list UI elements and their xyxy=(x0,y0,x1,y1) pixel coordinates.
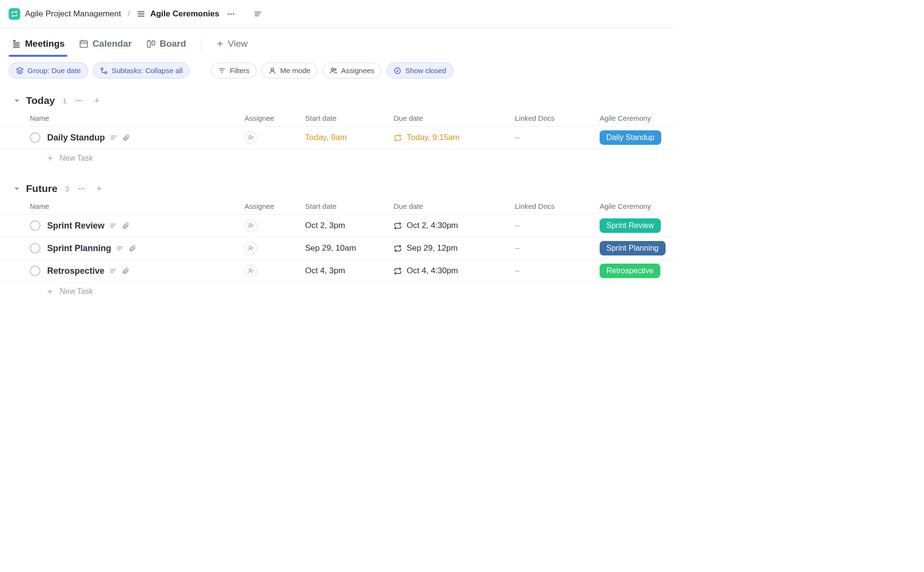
space-icon xyxy=(9,8,20,20)
show-closed-pill[interactable]: Show closed xyxy=(386,63,453,78)
assignees-pill[interactable]: Assignees xyxy=(322,63,382,78)
ceremony-tag[interactable]: Sprint Planning xyxy=(600,241,666,255)
svg-point-57 xyxy=(249,246,252,248)
add-view-button[interactable]: View xyxy=(213,34,251,57)
tab-board[interactable]: Board xyxy=(143,34,189,57)
me-mode-pill[interactable]: Me mode xyxy=(261,63,318,78)
space-name[interactable]: Agile Project Management xyxy=(25,9,121,19)
more-options-button[interactable] xyxy=(224,7,238,21)
list-view-icon xyxy=(12,39,21,49)
collapse-caret[interactable] xyxy=(13,97,20,104)
due-date[interactable]: Sep 29, 12pm xyxy=(394,243,515,253)
tab-calendar[interactable]: Calendar xyxy=(76,34,134,57)
recurring-icon xyxy=(394,222,402,230)
col-ceremony[interactable]: Agile Ceremony xyxy=(600,202,675,210)
tab-label: Meetings xyxy=(25,38,64,49)
description-icon[interactable] xyxy=(110,134,117,141)
due-date[interactable]: Today, 9:15am xyxy=(394,133,515,142)
new-task-button-today[interactable]: New Task xyxy=(0,149,674,168)
col-start[interactable]: Start date xyxy=(305,202,394,210)
linked-docs[interactable]: – xyxy=(515,266,600,276)
filter-icon xyxy=(218,67,226,75)
tab-label: Board xyxy=(160,38,186,49)
group-title: Today xyxy=(26,95,55,106)
col-assignee[interactable]: Assignee xyxy=(244,114,305,122)
recurring-icon xyxy=(394,267,402,275)
start-date[interactable]: Oct 2, 3pm xyxy=(305,221,394,230)
filters-pill[interactable]: Filters xyxy=(211,63,257,78)
task-row[interactable]: Retrospective Oct 4, 3pm Oct 4, 4:30pm –… xyxy=(0,260,674,282)
col-name[interactable]: Name xyxy=(30,114,244,122)
start-date[interactable]: Today, 9am xyxy=(305,133,394,142)
check-circle-icon xyxy=(394,67,401,75)
tab-meetings[interactable]: Meetings xyxy=(9,34,67,57)
col-name[interactable]: Name xyxy=(30,202,244,210)
description-icon[interactable] xyxy=(109,267,117,275)
svg-point-44 xyxy=(80,188,82,190)
col-start[interactable]: Start date xyxy=(305,114,394,122)
svg-point-30 xyxy=(78,100,79,102)
assign-button[interactable] xyxy=(244,242,257,254)
doc-lines-button[interactable] xyxy=(251,7,265,21)
linked-docs[interactable]: – xyxy=(515,243,600,253)
attachment-icon[interactable] xyxy=(122,267,129,275)
pill-label: Group: Due date xyxy=(27,66,81,75)
recurring-icon xyxy=(394,134,402,142)
collapse-caret[interactable] xyxy=(13,185,20,192)
description-icon[interactable] xyxy=(116,244,124,252)
description-icon[interactable] xyxy=(109,222,117,229)
start-date[interactable]: Oct 4, 3pm xyxy=(305,266,394,276)
attachment-icon[interactable] xyxy=(122,134,130,141)
ceremony-tag[interactable]: Retrospective xyxy=(600,264,660,278)
list-name[interactable]: Agile Ceremonies xyxy=(150,9,219,19)
group-more-button[interactable] xyxy=(75,183,88,194)
attachment-icon[interactable] xyxy=(122,222,129,229)
group-header-today: Today 1 xyxy=(0,80,674,109)
status-checkbox[interactable] xyxy=(30,266,40,276)
subtask-icon xyxy=(100,67,108,75)
attachment-icon[interactable] xyxy=(128,244,136,252)
task-name[interactable]: Sprint Review xyxy=(47,221,104,231)
assign-button[interactable] xyxy=(244,219,257,232)
svg-point-3 xyxy=(228,13,229,14)
svg-point-29 xyxy=(76,100,77,102)
svg-rect-14 xyxy=(147,41,150,47)
task-row[interactable]: Daily Standup Today, 9am Today, 9:15am –… xyxy=(0,127,674,149)
start-date[interactable]: Sep 29, 10am xyxy=(305,243,394,253)
col-due[interactable]: Due date xyxy=(394,202,515,210)
col-due[interactable]: Due date xyxy=(394,114,515,122)
task-row[interactable]: Sprint Planning Sep 29, 10am Sep 29, 12p… xyxy=(0,237,674,260)
calendar-icon xyxy=(79,39,89,49)
due-date[interactable]: Oct 4, 4:30pm xyxy=(394,266,515,276)
list-icon xyxy=(137,10,145,18)
linked-docs[interactable]: – xyxy=(515,221,600,230)
assign-button[interactable] xyxy=(244,265,257,277)
assign-button[interactable] xyxy=(244,131,257,144)
new-task-button-future[interactable]: New Task xyxy=(0,282,674,302)
task-name[interactable]: Daily Standup xyxy=(47,133,105,143)
subtasks-pill[interactable]: Subtasks: Collapse all xyxy=(93,63,190,78)
col-ceremony[interactable]: Agile Ceremony xyxy=(600,114,675,122)
new-task-label: New Task xyxy=(60,154,93,163)
col-assignee[interactable]: Assignee xyxy=(244,202,305,210)
col-linked[interactable]: Linked Docs xyxy=(515,114,600,122)
task-name[interactable]: Retrospective xyxy=(47,266,104,276)
col-linked[interactable]: Linked Docs xyxy=(515,202,600,210)
group-add-button[interactable] xyxy=(91,96,103,105)
group-pill[interactable]: Group: Due date xyxy=(9,63,88,78)
task-row[interactable]: Sprint Review Oct 2, 3pm Oct 2, 4:30pm –… xyxy=(0,215,674,237)
linked-docs[interactable]: – xyxy=(515,133,600,142)
svg-point-43 xyxy=(78,188,79,190)
svg-point-26 xyxy=(334,68,336,70)
task-name[interactable]: Sprint Planning xyxy=(47,243,111,254)
ceremony-tag[interactable]: Sprint Review xyxy=(600,218,661,233)
status-checkbox[interactable] xyxy=(30,220,40,231)
status-checkbox[interactable] xyxy=(30,132,40,143)
svg-point-5 xyxy=(232,13,234,14)
status-checkbox[interactable] xyxy=(30,243,40,254)
group-add-button[interactable] xyxy=(93,184,105,193)
pill-label: Show closed xyxy=(405,66,446,75)
group-more-button[interactable] xyxy=(73,95,85,106)
due-date[interactable]: Oct 2, 4:30pm xyxy=(394,221,515,230)
ceremony-tag[interactable]: Daily Standup xyxy=(600,130,661,145)
